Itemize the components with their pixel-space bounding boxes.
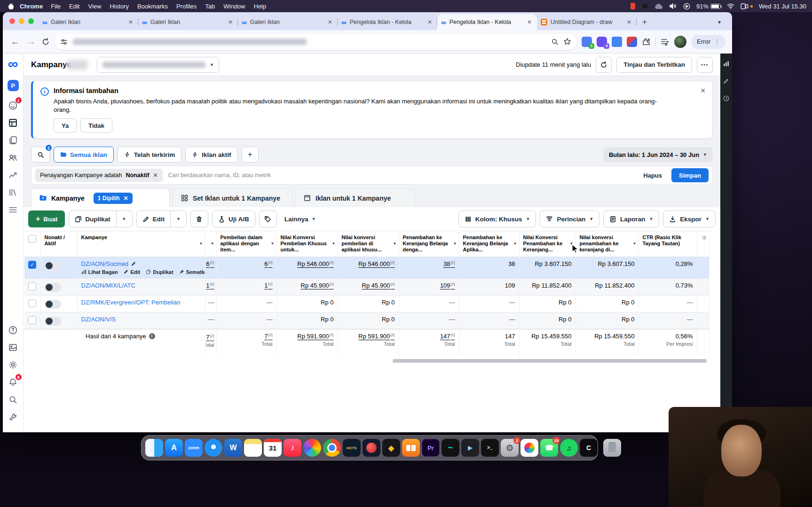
profile-avatar[interactable] [674, 36, 686, 48]
close-tab-icon[interactable]: ✕ [227, 18, 234, 26]
wifi-icon[interactable] [727, 3, 734, 9]
tab-set-iklan[interactable]: Set Iklan untuk 1 Kampanye [173, 188, 292, 207]
sidebar-item-audiences-icon[interactable] [7, 151, 20, 164]
edit-button[interactable]: Edit [137, 211, 171, 227]
extension-doc-icon[interactable]: 1 [582, 37, 592, 47]
active-toggle[interactable] [45, 283, 61, 292]
account-selector[interactable]: ▼ [97, 57, 219, 73]
minimize-window-button[interactable] [19, 18, 24, 24]
creative-cloud-icon[interactable] [641, 3, 648, 10]
metric-value[interactable]: Rp 546.000[2] [358, 260, 394, 267]
menu-history[interactable]: History [105, 3, 133, 10]
dock-audio-app[interactable]: ~ [441, 439, 459, 457]
reload-button[interactable] [41, 38, 50, 46]
ab-test-button[interactable]: Uji A/B [213, 211, 255, 227]
dock-binance[interactable]: ◆ [382, 439, 400, 457]
extension-purple-icon[interactable]: 4 [597, 37, 607, 47]
header-nonaktif-aktif[interactable]: Nonakt / Aktif [40, 231, 77, 257]
tab-kampanye[interactable]: Kampanye 1 Dipilih✕ [31, 188, 170, 207]
row-checkbox[interactable] [28, 299, 36, 307]
header-metric[interactable]: Nilai konversi penambahan ke keranjang d… [575, 231, 639, 257]
metric-value[interactable]: Rp 45.900[2] [362, 282, 395, 289]
report-button[interactable]: Laporan▼ [603, 211, 659, 227]
sidebar-item-menu-icon[interactable] [7, 203, 20, 216]
sidebar-item-media-icon[interactable] [7, 341, 20, 354]
refresh-button[interactable] [596, 57, 612, 73]
metric-value[interactable]: Rp 591.900[2] [358, 333, 394, 340]
metric-value[interactable]: Rp 546.000[2] [297, 260, 333, 267]
dock-premiere[interactable]: Pr [422, 439, 440, 457]
clear-filters-button[interactable]: Hapus [639, 172, 666, 179]
rail-edit-icon[interactable] [723, 78, 730, 86]
selected-count-badge[interactable]: 1 Dipilih✕ [94, 193, 133, 204]
row-action-edit[interactable]: Edit [123, 269, 140, 275]
volume-icon[interactable] [669, 3, 677, 9]
dock-red-app[interactable] [363, 439, 380, 457]
row-action-sematkan[interactable]: Sematkan [179, 269, 205, 275]
tag-button[interactable] [259, 211, 277, 227]
metric-value[interactable]: 7[2] [264, 333, 272, 340]
menubar-clock[interactable]: Wed 31 Jul 15.30 [759, 3, 806, 10]
menu-view[interactable]: View [84, 3, 105, 10]
filter-tab-iklan-aktif[interactable]: Iklan aktif [185, 147, 237, 163]
bookmark-star-icon[interactable] [563, 38, 571, 46]
close-banner-icon[interactable]: ✕ [700, 87, 706, 94]
browser-tab[interactable]: ∞Pengelola Iklan - Kelola✕ [338, 14, 437, 30]
dock-books[interactable] [402, 439, 420, 457]
close-tab-icon[interactable]: ✕ [625, 18, 633, 26]
dock-trash[interactable] [599, 439, 621, 457]
dock-spotify[interactable]: ♫ [560, 439, 578, 457]
dock-settings[interactable]: ⚙2 [501, 439, 519, 457]
dock-apple-music[interactable]: ♪ [284, 439, 301, 457]
dock-app-store[interactable]: A [165, 439, 183, 457]
extensions-puzzle-icon[interactable] [642, 37, 651, 46]
metric-value[interactable]: 1[2] [206, 282, 214, 289]
browser-tab[interactable]: ∞Galeri Iklan✕ [238, 14, 338, 30]
header-checkbox[interactable] [24, 231, 40, 257]
address-bar[interactable] [55, 34, 577, 50]
battery-indicator[interactable]: 91% [696, 3, 721, 10]
metric-value[interactable]: 147[2] [440, 333, 455, 340]
dock-safari[interactable] [205, 439, 222, 457]
campaign-link[interactable]: DZ/AON/Socmed [81, 260, 201, 267]
row-action-lihat-bagan[interactable]: Lihat Bagan [81, 269, 118, 275]
browser-menu-icon[interactable]: ⋮ [714, 38, 721, 45]
header-metric[interactable]: CTR (Rasio Klik Tayang Tautan) [639, 231, 697, 257]
close-tab-icon[interactable]: ✕ [127, 18, 134, 26]
active-toggle[interactable] [45, 261, 61, 270]
menu-edit[interactable]: Edit [65, 3, 84, 10]
extension-tag-icon[interactable] [612, 37, 622, 47]
screen-record-icon[interactable] [631, 3, 635, 9]
tune-icon[interactable] [60, 38, 68, 46]
dock-whatsapp[interactable]: ☎10 [540, 439, 558, 457]
play-status-icon[interactable] [683, 3, 690, 10]
meta-logo[interactable]: ∞ [8, 58, 18, 70]
metric-value[interactable]: 1[2] [264, 282, 272, 289]
metric-value[interactable]: 6[2] [264, 260, 272, 267]
filters-search-button[interactable]: 1 [31, 147, 50, 163]
filter-tab-semua-iklan[interactable]: Semua iklan [54, 147, 114, 163]
sidebar-item-settings-icon[interactable] [7, 358, 20, 371]
columns-button[interactable]: Kolom: Khusus▼ [458, 211, 536, 227]
close-tab-icon[interactable]: ✕ [526, 18, 533, 26]
window-controls[interactable] [6, 12, 39, 30]
dock-photos-grid[interactable] [520, 439, 538, 457]
zoom-window-button[interactable] [28, 18, 34, 24]
rail-history-icon[interactable] [723, 95, 730, 104]
breakdown-button[interactable]: Perincian▼ [540, 211, 599, 227]
metric-value[interactable]: 38[2] [443, 260, 455, 267]
campaign-link[interactable]: DZ/AON/MIX/L/ATC [81, 282, 201, 289]
header-kampanye[interactable]: Kampanye▼ [77, 231, 205, 257]
metric-value[interactable]: 6[2] [206, 260, 214, 267]
menu-window[interactable]: Window [219, 3, 249, 10]
review-publish-button[interactable]: Tinjau dan Terbitkan [616, 57, 692, 73]
sidebar-item-pages-icon[interactable] [7, 133, 20, 147]
close-tab-icon[interactable]: ✕ [426, 18, 434, 26]
active-toggle[interactable] [45, 317, 61, 326]
campaign-link[interactable]: DZ/AON/V/S [81, 316, 201, 323]
error-status-pill[interactable]: Error⋮ [691, 35, 725, 49]
new-tab-button[interactable]: + [639, 16, 651, 28]
menu-file[interactable]: File [47, 3, 65, 10]
browser-tab[interactable]: ∞Galeri Iklan✕ [39, 14, 138, 30]
browser-tab[interactable]: Untitled Diagram - draw✕ [537, 14, 637, 30]
